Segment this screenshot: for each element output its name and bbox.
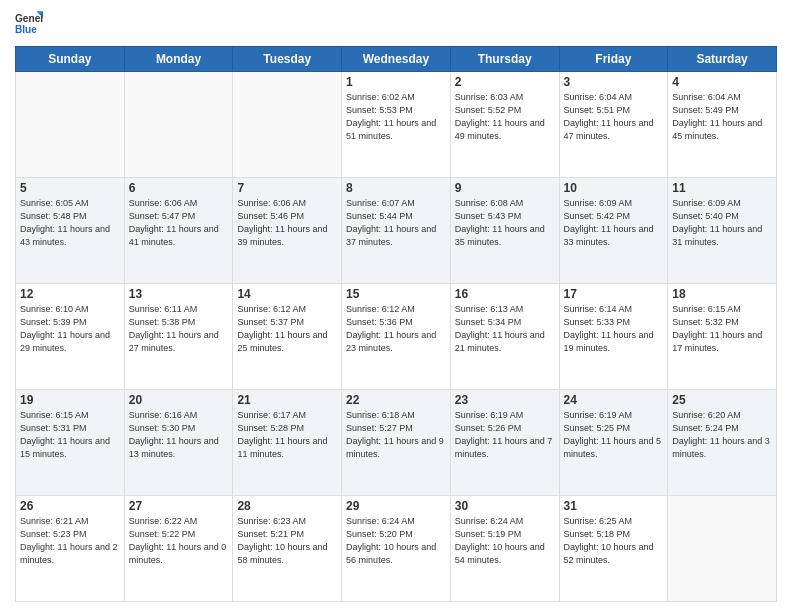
day-info: Sunrise: 6:20 AM Sunset: 5:24 PM Dayligh… (672, 409, 772, 461)
calendar-cell: 7Sunrise: 6:06 AM Sunset: 5:46 PM Daylig… (233, 178, 342, 284)
calendar-cell: 31Sunrise: 6:25 AM Sunset: 5:18 PM Dayli… (559, 496, 668, 602)
day-info: Sunrise: 6:14 AM Sunset: 5:33 PM Dayligh… (564, 303, 664, 355)
calendar-cell: 6Sunrise: 6:06 AM Sunset: 5:47 PM Daylig… (124, 178, 233, 284)
calendar-cell: 22Sunrise: 6:18 AM Sunset: 5:27 PM Dayli… (342, 390, 451, 496)
calendar-cell: 13Sunrise: 6:11 AM Sunset: 5:38 PM Dayli… (124, 284, 233, 390)
header: General Blue (15, 10, 777, 38)
day-number: 2 (455, 75, 555, 89)
calendar-cell: 18Sunrise: 6:15 AM Sunset: 5:32 PM Dayli… (668, 284, 777, 390)
week-row-3: 12Sunrise: 6:10 AM Sunset: 5:39 PM Dayli… (16, 284, 777, 390)
day-number: 1 (346, 75, 446, 89)
day-info: Sunrise: 6:13 AM Sunset: 5:34 PM Dayligh… (455, 303, 555, 355)
weekday-header-monday: Monday (124, 47, 233, 72)
calendar-cell (124, 72, 233, 178)
calendar-cell: 11Sunrise: 6:09 AM Sunset: 5:40 PM Dayli… (668, 178, 777, 284)
day-number: 7 (237, 181, 337, 195)
calendar-cell: 25Sunrise: 6:20 AM Sunset: 5:24 PM Dayli… (668, 390, 777, 496)
calendar-cell: 1Sunrise: 6:02 AM Sunset: 5:53 PM Daylig… (342, 72, 451, 178)
day-number: 11 (672, 181, 772, 195)
day-info: Sunrise: 6:15 AM Sunset: 5:32 PM Dayligh… (672, 303, 772, 355)
calendar-cell: 23Sunrise: 6:19 AM Sunset: 5:26 PM Dayli… (450, 390, 559, 496)
day-info: Sunrise: 6:11 AM Sunset: 5:38 PM Dayligh… (129, 303, 229, 355)
day-number: 26 (20, 499, 120, 513)
weekday-header-saturday: Saturday (668, 47, 777, 72)
day-info: Sunrise: 6:09 AM Sunset: 5:40 PM Dayligh… (672, 197, 772, 249)
calendar-cell: 29Sunrise: 6:24 AM Sunset: 5:20 PM Dayli… (342, 496, 451, 602)
day-number: 21 (237, 393, 337, 407)
day-info: Sunrise: 6:06 AM Sunset: 5:47 PM Dayligh… (129, 197, 229, 249)
calendar-table: SundayMondayTuesdayWednesdayThursdayFrid… (15, 46, 777, 602)
day-number: 13 (129, 287, 229, 301)
day-number: 10 (564, 181, 664, 195)
day-number: 28 (237, 499, 337, 513)
calendar-cell: 17Sunrise: 6:14 AM Sunset: 5:33 PM Dayli… (559, 284, 668, 390)
page: General Blue SundayMondayTuesdayWednesda… (0, 0, 792, 612)
calendar-cell (233, 72, 342, 178)
day-info: Sunrise: 6:23 AM Sunset: 5:21 PM Dayligh… (237, 515, 337, 567)
week-row-2: 5Sunrise: 6:05 AM Sunset: 5:48 PM Daylig… (16, 178, 777, 284)
day-number: 17 (564, 287, 664, 301)
calendar-cell: 30Sunrise: 6:24 AM Sunset: 5:19 PM Dayli… (450, 496, 559, 602)
calendar-cell: 5Sunrise: 6:05 AM Sunset: 5:48 PM Daylig… (16, 178, 125, 284)
calendar-cell: 14Sunrise: 6:12 AM Sunset: 5:37 PM Dayli… (233, 284, 342, 390)
day-info: Sunrise: 6:12 AM Sunset: 5:37 PM Dayligh… (237, 303, 337, 355)
calendar-cell: 12Sunrise: 6:10 AM Sunset: 5:39 PM Dayli… (16, 284, 125, 390)
day-info: Sunrise: 6:19 AM Sunset: 5:26 PM Dayligh… (455, 409, 555, 461)
day-info: Sunrise: 6:19 AM Sunset: 5:25 PM Dayligh… (564, 409, 664, 461)
day-info: Sunrise: 6:21 AM Sunset: 5:23 PM Dayligh… (20, 515, 120, 567)
calendar-cell: 21Sunrise: 6:17 AM Sunset: 5:28 PM Dayli… (233, 390, 342, 496)
week-row-4: 19Sunrise: 6:15 AM Sunset: 5:31 PM Dayli… (16, 390, 777, 496)
logo: General Blue (15, 10, 43, 38)
day-info: Sunrise: 6:02 AM Sunset: 5:53 PM Dayligh… (346, 91, 446, 143)
calendar-cell: 15Sunrise: 6:12 AM Sunset: 5:36 PM Dayli… (342, 284, 451, 390)
day-number: 18 (672, 287, 772, 301)
svg-text:General: General (15, 13, 43, 24)
calendar-cell: 8Sunrise: 6:07 AM Sunset: 5:44 PM Daylig… (342, 178, 451, 284)
day-info: Sunrise: 6:05 AM Sunset: 5:48 PM Dayligh… (20, 197, 120, 249)
day-info: Sunrise: 6:18 AM Sunset: 5:27 PM Dayligh… (346, 409, 446, 461)
calendar-cell (668, 496, 777, 602)
day-number: 24 (564, 393, 664, 407)
day-number: 3 (564, 75, 664, 89)
day-info: Sunrise: 6:12 AM Sunset: 5:36 PM Dayligh… (346, 303, 446, 355)
day-number: 31 (564, 499, 664, 513)
day-number: 15 (346, 287, 446, 301)
day-number: 14 (237, 287, 337, 301)
day-number: 23 (455, 393, 555, 407)
day-info: Sunrise: 6:04 AM Sunset: 5:49 PM Dayligh… (672, 91, 772, 143)
day-info: Sunrise: 6:25 AM Sunset: 5:18 PM Dayligh… (564, 515, 664, 567)
day-number: 6 (129, 181, 229, 195)
weekday-header-friday: Friday (559, 47, 668, 72)
weekday-header-sunday: Sunday (16, 47, 125, 72)
calendar-cell: 20Sunrise: 6:16 AM Sunset: 5:30 PM Dayli… (124, 390, 233, 496)
svg-text:Blue: Blue (15, 24, 37, 35)
day-info: Sunrise: 6:03 AM Sunset: 5:52 PM Dayligh… (455, 91, 555, 143)
day-number: 22 (346, 393, 446, 407)
day-number: 4 (672, 75, 772, 89)
calendar-cell: 24Sunrise: 6:19 AM Sunset: 5:25 PM Dayli… (559, 390, 668, 496)
calendar-cell: 27Sunrise: 6:22 AM Sunset: 5:22 PM Dayli… (124, 496, 233, 602)
day-number: 8 (346, 181, 446, 195)
calendar-cell: 19Sunrise: 6:15 AM Sunset: 5:31 PM Dayli… (16, 390, 125, 496)
calendar-cell: 26Sunrise: 6:21 AM Sunset: 5:23 PM Dayli… (16, 496, 125, 602)
day-info: Sunrise: 6:24 AM Sunset: 5:20 PM Dayligh… (346, 515, 446, 567)
day-number: 9 (455, 181, 555, 195)
day-number: 20 (129, 393, 229, 407)
calendar-cell: 3Sunrise: 6:04 AM Sunset: 5:51 PM Daylig… (559, 72, 668, 178)
day-info: Sunrise: 6:24 AM Sunset: 5:19 PM Dayligh… (455, 515, 555, 567)
week-row-1: 1Sunrise: 6:02 AM Sunset: 5:53 PM Daylig… (16, 72, 777, 178)
day-number: 19 (20, 393, 120, 407)
day-number: 12 (20, 287, 120, 301)
day-number: 27 (129, 499, 229, 513)
week-row-5: 26Sunrise: 6:21 AM Sunset: 5:23 PM Dayli… (16, 496, 777, 602)
calendar-cell: 28Sunrise: 6:23 AM Sunset: 5:21 PM Dayli… (233, 496, 342, 602)
generalblue-logo-icon: General Blue (15, 10, 43, 38)
day-info: Sunrise: 6:07 AM Sunset: 5:44 PM Dayligh… (346, 197, 446, 249)
calendar-cell: 2Sunrise: 6:03 AM Sunset: 5:52 PM Daylig… (450, 72, 559, 178)
day-number: 25 (672, 393, 772, 407)
day-info: Sunrise: 6:06 AM Sunset: 5:46 PM Dayligh… (237, 197, 337, 249)
day-number: 5 (20, 181, 120, 195)
day-info: Sunrise: 6:17 AM Sunset: 5:28 PM Dayligh… (237, 409, 337, 461)
weekday-header-thursday: Thursday (450, 47, 559, 72)
calendar-cell: 16Sunrise: 6:13 AM Sunset: 5:34 PM Dayli… (450, 284, 559, 390)
